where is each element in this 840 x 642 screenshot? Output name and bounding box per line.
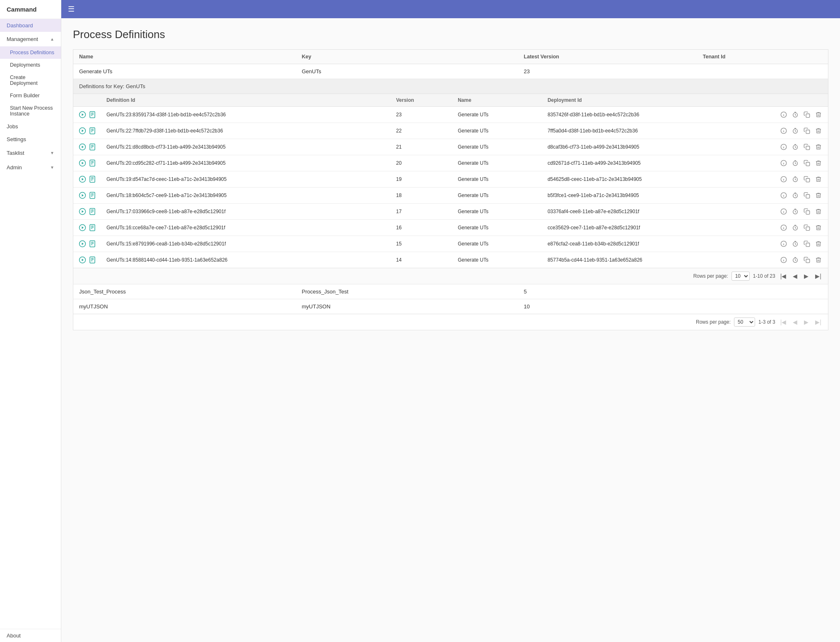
sidebar-item-deployments[interactable]: Deployments — [0, 59, 61, 71]
copy-icon[interactable] — [802, 110, 811, 119]
outer-first-page-button[interactable]: |◀ — [779, 318, 788, 326]
inner-prev-page-button[interactable]: ◀ — [791, 272, 799, 280]
timer-icon[interactable] — [791, 142, 800, 151]
sidebar-tasklist-header[interactable]: Tasklist ▼ — [0, 146, 61, 160]
outer-prev-page-button[interactable]: ◀ — [791, 318, 799, 326]
info-icon[interactable] — [779, 191, 788, 200]
timer-icon[interactable] — [791, 207, 800, 216]
svg-marker-113 — [82, 243, 84, 245]
play-icon[interactable] — [78, 207, 87, 216]
timer-icon[interactable] — [791, 175, 800, 184]
def-name: Generate UTs — [453, 107, 543, 123]
delete-icon[interactable] — [814, 207, 823, 216]
copy-icon[interactable] — [802, 191, 811, 200]
inner-next-page-button[interactable]: ▶ — [802, 272, 810, 280]
timer-icon[interactable] — [791, 255, 800, 264]
info-icon[interactable] — [779, 142, 788, 151]
menu-icon[interactable]: ☰ — [68, 5, 75, 14]
doc-icon[interactable] — [88, 175, 97, 183]
copy-icon[interactable] — [802, 239, 811, 248]
def-name: Generate UTs — [453, 155, 543, 171]
doc-icon[interactable] — [88, 127, 97, 135]
timer-icon[interactable] — [791, 110, 800, 119]
sidebar-item-start-new-process[interactable]: Start New Process Instance — [0, 102, 61, 120]
copy-icon[interactable] — [802, 159, 811, 168]
outer-rows-per-page-select[interactable]: 50 10 25 100 — [734, 317, 755, 327]
play-icon[interactable] — [78, 111, 87, 119]
play-icon[interactable] — [78, 175, 87, 183]
timer-icon[interactable] — [791, 239, 800, 248]
def-deployment-id: cce35629-cee7-11eb-a87e-e28d5c12901f — [543, 220, 774, 236]
inner-last-page-button[interactable]: ▶| — [813, 272, 823, 280]
delete-icon[interactable] — [814, 110, 823, 119]
delete-icon[interactable] — [814, 175, 823, 184]
outer-next-page-button[interactable]: ▶ — [802, 318, 810, 326]
sidebar-admin-header[interactable]: Admin ▼ — [0, 160, 61, 175]
info-icon[interactable] — [779, 255, 788, 264]
delete-icon[interactable] — [814, 126, 823, 135]
doc-icon[interactable] — [88, 207, 97, 216]
inner-first-page-button[interactable]: |◀ — [779, 272, 788, 280]
copy-icon[interactable] — [802, 142, 811, 151]
def-version: 15 — [391, 236, 453, 252]
delete-icon[interactable] — [814, 159, 823, 168]
table-row[interactable]: myUTJSON myUTJSON 10 — [73, 299, 828, 314]
sidebar-item-settings[interactable]: Settings — [0, 133, 61, 146]
inner-rows-per-page-select[interactable]: 10 25 50 — [731, 272, 750, 281]
cell-key: GenUTs — [296, 64, 518, 79]
delete-icon[interactable] — [814, 255, 823, 264]
doc-icon[interactable] — [88, 256, 97, 264]
timer-icon[interactable] — [791, 126, 800, 135]
def-name: Generate UTs — [453, 252, 543, 268]
timer-icon[interactable] — [791, 159, 800, 168]
doc-icon[interactable] — [88, 191, 97, 200]
copy-icon[interactable] — [802, 175, 811, 184]
play-icon[interactable] — [78, 159, 87, 167]
copy-icon[interactable] — [802, 255, 811, 264]
play-icon[interactable] — [78, 256, 87, 264]
sidebar-management-header[interactable]: Management ▲ — [0, 32, 61, 46]
info-icon[interactable] — [779, 207, 788, 216]
def-id: GenUTs:21:d8cd8bcb-cf73-11eb-a499-2e3413… — [101, 139, 391, 155]
def-version: 19 — [391, 171, 453, 188]
play-icon[interactable] — [78, 143, 87, 151]
sidebar-item-about[interactable]: About — [0, 629, 61, 642]
sidebar-item-create-deployment[interactable]: Create Deployment — [0, 71, 61, 89]
svg-marker-99 — [82, 226, 84, 229]
delete-icon[interactable] — [814, 142, 823, 151]
play-icon[interactable] — [78, 191, 87, 200]
info-icon[interactable] — [779, 110, 788, 119]
doc-icon[interactable] — [88, 143, 97, 151]
table-row[interactable]: Generate UTs GenUTs 23 — [73, 64, 828, 79]
cell-name: myUTJSON — [73, 299, 296, 314]
svg-rect-125 — [806, 243, 810, 247]
def-deployment-id: b5f3fce1-cee9-11eb-a71c-2e3413b94905 — [543, 188, 774, 204]
play-icon[interactable] — [78, 127, 87, 135]
info-icon[interactable] — [779, 159, 788, 168]
copy-icon[interactable] — [802, 207, 811, 216]
delete-icon[interactable] — [814, 223, 823, 232]
table-row[interactable]: Json_Test_Process Process_Json_Test 5 — [73, 284, 828, 299]
doc-icon[interactable] — [88, 111, 97, 119]
info-icon[interactable] — [779, 126, 788, 135]
delete-icon[interactable] — [814, 239, 823, 248]
play-icon[interactable] — [78, 240, 87, 248]
sidebar-item-dashboard[interactable]: Dashboard — [0, 19, 61, 32]
doc-icon[interactable] — [88, 159, 97, 167]
sidebar-item-jobs[interactable]: Jobs — [0, 120, 61, 133]
sidebar-item-process-definitions[interactable]: Process Definitions — [0, 46, 61, 59]
sidebar-item-form-builder[interactable]: Form Builder — [0, 89, 61, 102]
play-icon[interactable] — [78, 224, 87, 232]
info-icon[interactable] — [779, 223, 788, 232]
timer-icon[interactable] — [791, 191, 800, 200]
doc-icon[interactable] — [88, 224, 97, 232]
delete-icon[interactable] — [814, 191, 823, 200]
doc-icon[interactable] — [88, 240, 97, 248]
copy-icon[interactable] — [802, 223, 811, 232]
timer-icon[interactable] — [791, 223, 800, 232]
copy-icon[interactable] — [802, 126, 811, 135]
info-icon[interactable] — [779, 175, 788, 184]
info-icon[interactable] — [779, 239, 788, 248]
svg-rect-139 — [806, 259, 810, 263]
outer-last-page-button[interactable]: ▶| — [813, 318, 823, 326]
